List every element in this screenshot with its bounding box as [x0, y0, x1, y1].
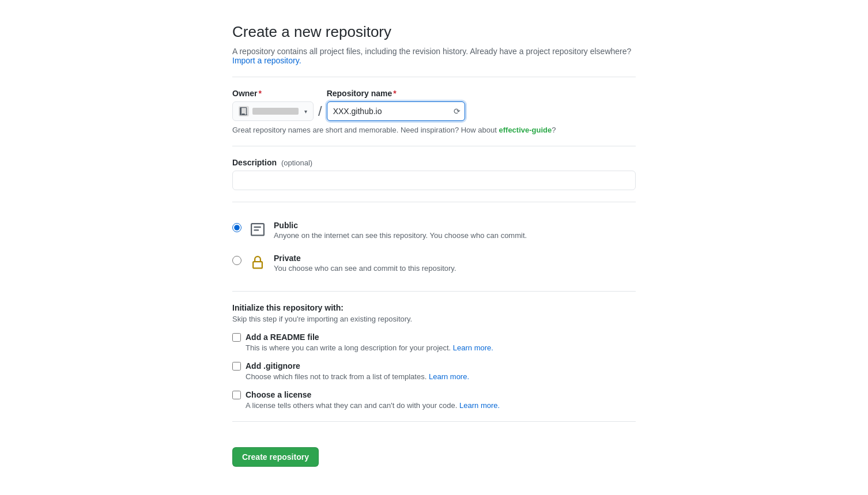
public-option[interactable]: Public Anyone on the internet can see th… — [232, 214, 636, 247]
private-option[interactable]: Private You choose who can see and commi… — [232, 247, 636, 279]
license-learn-more-link[interactable]: Learn more. — [459, 401, 500, 410]
suggestion-link[interactable]: effective-guide — [499, 126, 552, 134]
chevron-down-icon: ▾ — [304, 108, 307, 115]
repo-name-input-wrapper: ⟳ — [327, 101, 465, 121]
readme-learn-more-link[interactable]: Learn more. — [453, 343, 493, 352]
public-visibility-text: Public Anyone on the internet can see th… — [274, 221, 527, 240]
import-link[interactable]: Import a repository. — [232, 56, 301, 65]
owner-field-group: Owner* ▾ — [232, 89, 314, 121]
init-section: Initialize this repository with: Skip th… — [232, 303, 636, 410]
license-checkbox-row: Choose a license — [232, 390, 636, 399]
divider-3 — [232, 291, 636, 292]
header-divider — [232, 77, 636, 77]
spinner-icon: ⟳ — [454, 107, 461, 116]
gitignore-learn-more-link[interactable]: Learn more. — [429, 372, 469, 381]
description-section: Description (optional) — [232, 158, 636, 190]
divider-1 — [232, 146, 636, 146]
gitignore-checkbox[interactable] — [232, 362, 241, 371]
readme-label[interactable]: Add a README file — [246, 332, 319, 342]
private-radio[interactable] — [232, 256, 241, 265]
readme-checkbox-row: Add a README file — [232, 332, 636, 342]
private-repo-icon — [248, 254, 267, 272]
public-radio[interactable] — [232, 223, 241, 232]
init-title: Initialize this repository with: — [232, 303, 636, 312]
readme-option: Add a README file This is where you can … — [232, 332, 636, 352]
description-input[interactable] — [232, 171, 636, 190]
description-label: Description (optional) — [232, 158, 636, 167]
readme-desc: This is where you can write a long descr… — [246, 343, 636, 352]
create-repository-button[interactable]: Create repository — [232, 447, 319, 467]
main-content: Create a new repository A repository con… — [221, 0, 647, 495]
page-wrapper: Create a new repository A repository con… — [0, 0, 868, 495]
page-subtitle: A repository contains all project files,… — [232, 47, 636, 65]
public-repo-icon — [248, 221, 267, 239]
gitignore-label[interactable]: Add .gitignore — [246, 361, 300, 371]
owner-avatar-icon — [239, 106, 249, 116]
divider-2 — [232, 202, 636, 202]
repo-name-label: Repository name* — [327, 89, 465, 98]
slash-separator: / — [314, 101, 327, 121]
license-desc: A license tells others what they can and… — [246, 401, 636, 410]
page-title: Create a new repository — [232, 23, 636, 41]
owner-repo-section: Owner* ▾ / Repository name* — [232, 89, 636, 134]
readme-checkbox[interactable] — [232, 333, 241, 342]
gitignore-desc: Choose which files not to track from a l… — [246, 372, 636, 381]
visibility-section: Public Anyone on the internet can see th… — [232, 214, 636, 279]
license-option: Choose a license A license tells others … — [232, 390, 636, 410]
license-checkbox[interactable] — [232, 391, 241, 399]
init-subtitle: Skip this step if you're importing an ex… — [232, 315, 636, 323]
repo-name-input[interactable] — [327, 101, 465, 121]
repo-field-group: Repository name* ⟳ — [327, 89, 465, 121]
private-visibility-text: Private You choose who can see and commi… — [274, 254, 456, 273]
divider-4 — [232, 421, 636, 422]
gitignore-option: Add .gitignore Choose which files not to… — [232, 361, 636, 381]
owner-name-placeholder — [252, 108, 299, 115]
owner-select[interactable]: ▾ — [232, 101, 314, 121]
gitignore-checkbox-row: Add .gitignore — [232, 361, 636, 371]
owner-repo-row: Owner* ▾ / Repository name* — [232, 89, 636, 121]
license-label[interactable]: Choose a license — [246, 390, 311, 399]
suggestion-text: Great repository names are short and mem… — [232, 126, 636, 134]
owner-label: Owner* — [232, 89, 314, 98]
